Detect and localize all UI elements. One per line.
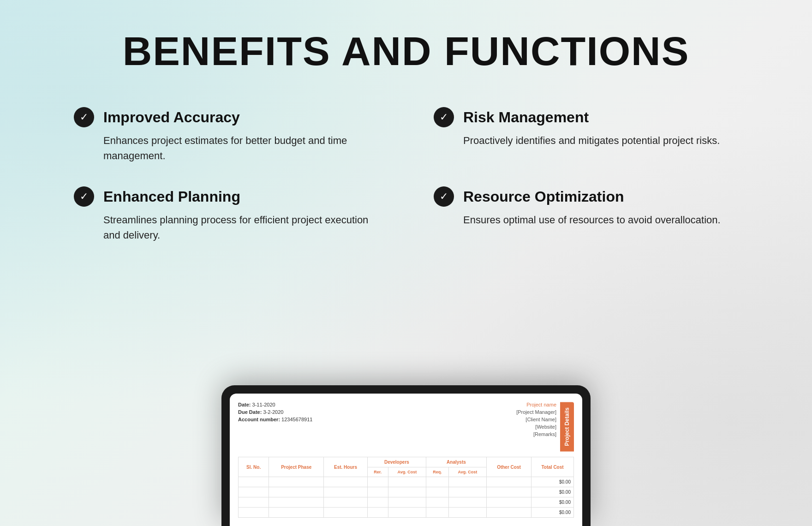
website-label: [Website] xyxy=(535,424,556,430)
benefit-header-3: ✓ Enhanced Planning xyxy=(74,186,378,207)
benefits-grid: ✓ Improved Accuracy Enhances project est… xyxy=(46,107,766,243)
benefit-item-resource-optimization: ✓ Resource Optimization Ensures optimal … xyxy=(434,186,738,243)
col-sub-analyst-avg: Avg. Cost xyxy=(448,467,486,477)
col-sub-dev-avg: Avg. Cost xyxy=(388,467,426,477)
row3-total: $0.00 xyxy=(531,497,574,508)
check-icon-4: ✓ xyxy=(434,186,454,207)
cost-table: Sl. No. Project Phase Est. Hours Develop… xyxy=(238,457,574,518)
tablet-outer: Date: 3-11-2020 Due Date: 3-2-2020 Accou… xyxy=(221,385,591,526)
benefit-title-4: Resource Optimization xyxy=(463,188,624,205)
project-name-label: Project name xyxy=(526,402,556,407)
date-field: Date: 3-11-2020 xyxy=(238,402,312,407)
benefit-header: ✓ Improved Accuracy xyxy=(74,107,378,127)
account-field: Account number: 12345678911 xyxy=(238,417,312,422)
check-icon-1: ✓ xyxy=(74,107,94,127)
project-manager-label: [Project Manager] xyxy=(516,409,556,415)
project-left: Date: 3-11-2020 Due Date: 3-2-2020 Accou… xyxy=(238,402,312,451)
page-title: BENEFITS AND FUNCTIONS xyxy=(46,28,766,75)
benefit-header-2: ✓ Risk Management xyxy=(434,107,738,127)
col-header-analysts: Analysts xyxy=(426,457,486,467)
benefit-item-enhanced-planning: ✓ Enhanced Planning Streamlines planning… xyxy=(74,186,378,243)
table-row: $0.00 xyxy=(239,487,574,497)
due-date-field: Due Date: 3-2-2020 xyxy=(238,409,312,415)
benefit-desc-1: Enhances project estimates for better bu… xyxy=(74,133,378,163)
table-row: $0.00 xyxy=(239,508,574,518)
col-header-developers: Developers xyxy=(367,457,426,467)
row1-total: $0.00 xyxy=(531,477,574,487)
col-sub-dev-req: Rer. xyxy=(367,467,388,477)
benefit-item-risk-management: ✓ Risk Management Proactively identifies… xyxy=(434,107,738,163)
col-header-slno: Sl. No. xyxy=(239,457,269,477)
col-sub-analyst-req: Req. xyxy=(426,467,448,477)
benefit-title-3: Enhanced Planning xyxy=(103,188,240,205)
row2-total: $0.00 xyxy=(531,487,574,497)
spreadsheet: Date: 3-11-2020 Due Date: 3-2-2020 Accou… xyxy=(230,394,582,526)
benefit-desc-2: Proactively identifies and mitigates pot… xyxy=(434,133,738,148)
col-header-project-phase: Project Phase xyxy=(269,457,324,477)
col-header-total-cost: Total Cost xyxy=(531,457,574,477)
col-header-est-hours: Est. Hours xyxy=(324,457,368,477)
tablet-wrapper: Date: 3-11-2020 Due Date: 3-2-2020 Accou… xyxy=(221,385,591,526)
check-icon-2: ✓ xyxy=(434,107,454,127)
benefit-header-4: ✓ Resource Optimization xyxy=(434,186,738,207)
benefit-desc-4: Ensures optimal use of resources to avoi… xyxy=(434,212,738,227)
row4-total: $0.00 xyxy=(531,508,574,518)
remarks-label: [Remarks] xyxy=(533,431,556,437)
table-row: $0.00 xyxy=(239,497,574,508)
project-details-tab: Project Details xyxy=(560,402,574,451)
project-right: Project name [Project Manager] [Client N… xyxy=(516,402,574,451)
benefit-title-1: Improved Accuracy xyxy=(103,109,240,126)
client-name-label: [Client Name] xyxy=(525,417,556,422)
col-header-other-cost: Other Cost xyxy=(486,457,531,477)
project-labels: Project name [Project Manager] [Client N… xyxy=(516,402,556,437)
check-icon-3: ✓ xyxy=(74,186,94,207)
tablet-screen: Date: 3-11-2020 Due Date: 3-2-2020 Accou… xyxy=(230,394,582,526)
table-row: $0.00 xyxy=(239,477,574,487)
benefit-item-improved-accuracy: ✓ Improved Accuracy Enhances project est… xyxy=(74,107,378,163)
project-header: Date: 3-11-2020 Due Date: 3-2-2020 Accou… xyxy=(238,402,574,451)
benefit-title-2: Risk Management xyxy=(463,109,589,126)
benefit-desc-3: Streamlines planning process for efficie… xyxy=(74,212,378,243)
page-container: BENEFITS AND FUNCTIONS ✓ Improved Accura… xyxy=(0,0,812,526)
